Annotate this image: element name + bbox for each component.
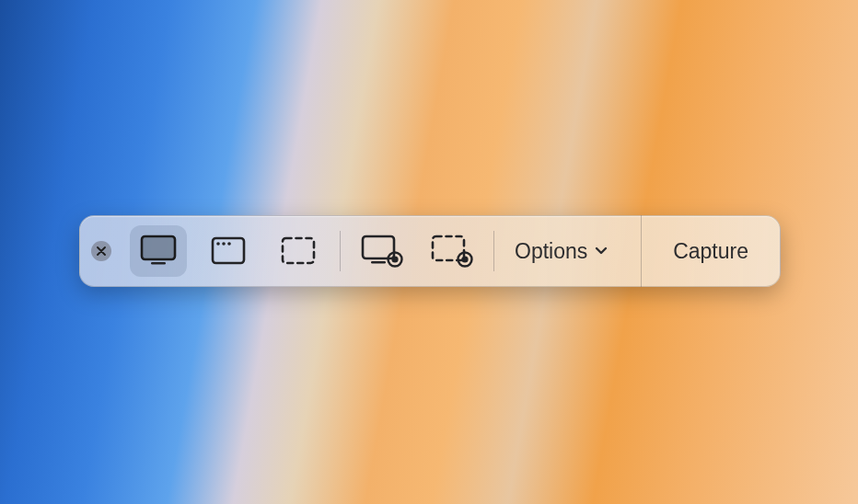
screenshot-toolbar: Options Capture	[79, 215, 781, 287]
svg-point-4	[222, 242, 226, 246]
svg-rect-6	[283, 238, 314, 263]
svg-rect-8	[371, 261, 386, 264]
svg-point-5	[227, 242, 231, 246]
screenshot-mode-group	[124, 225, 332, 277]
close-button[interactable]	[91, 241, 111, 261]
record-entire-screen-button[interactable]	[354, 225, 411, 277]
capture-selected-window-button[interactable]	[200, 225, 257, 277]
divider-2	[493, 231, 494, 271]
svg-point-13	[461, 256, 468, 262]
options-label: Options	[515, 239, 587, 264]
record-selected-portion-button[interactable]	[423, 225, 481, 277]
capture-button[interactable]: Capture	[641, 215, 780, 287]
options-dropdown[interactable]: Options	[502, 215, 626, 287]
capture-label: Capture	[673, 239, 748, 264]
svg-point-3	[216, 242, 220, 246]
entire-screen-icon	[138, 233, 179, 269]
svg-rect-1	[151, 262, 166, 265]
svg-point-10	[391, 256, 398, 262]
window-icon	[208, 233, 249, 269]
capture-entire-screen-button[interactable]	[130, 225, 187, 277]
selection-icon	[278, 233, 319, 269]
svg-rect-0	[142, 236, 175, 259]
chevron-down-icon	[595, 246, 608, 256]
capture-selected-portion-button[interactable]	[270, 225, 327, 277]
record-selection-icon	[429, 232, 475, 270]
close-icon	[97, 246, 106, 256]
svg-rect-2	[213, 238, 244, 263]
divider-1	[340, 231, 341, 271]
record-mode-group	[348, 225, 486, 277]
record-screen-icon	[359, 232, 405, 270]
